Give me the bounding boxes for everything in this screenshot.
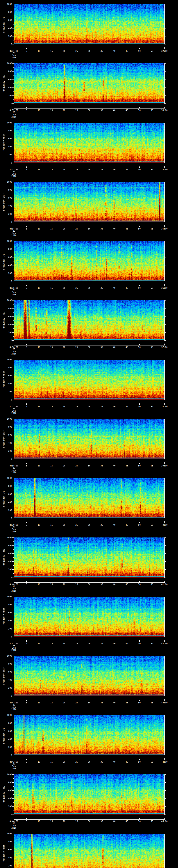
y-minor-tick <box>165 253 165 253</box>
x-tick <box>14 106 14 108</box>
spectrogram-panel: Frequency (Hz) 02004006008001000 8:38:00… <box>0 415 178 474</box>
y-tick-label: 0 <box>1 399 12 401</box>
y-major-tick <box>12 63 14 64</box>
y-minor-tick <box>13 336 14 337</box>
y-major-tick <box>165 613 166 613</box>
y-tick-label: 800 <box>1 781 12 784</box>
y-major-tick <box>165 578 166 578</box>
y-major-tick <box>12 316 14 317</box>
y-major-tick <box>12 510 14 510</box>
date-line: 28 <box>3 585 24 588</box>
y-minor-tick <box>165 810 165 811</box>
spectrogram-panel: Frequency (Hz) 02004006008001000 8:36:00… <box>0 296 178 355</box>
y-tick-label: 200 <box>1 391 12 393</box>
y-major-tick <box>165 316 166 317</box>
y-major-tick <box>12 537 14 538</box>
y-minor-tick <box>165 194 165 194</box>
y-major-tick <box>165 834 166 834</box>
y-tick-label: 400 <box>1 382 12 385</box>
date-line: 2016 <box>3 116 24 118</box>
y-tick-label: 0 <box>1 43 12 45</box>
y-major-tick <box>165 451 166 451</box>
y-minor-tick <box>165 609 165 609</box>
y-tick-label: 200 <box>1 509 12 512</box>
y-minor-tick <box>165 778 165 779</box>
y-tick-label: 400 <box>1 619 12 622</box>
y-tick-label: 800 <box>1 70 12 72</box>
y-major-tick <box>165 656 166 656</box>
x-tick <box>127 107 127 108</box>
y-tick-label: 600 <box>1 848 12 851</box>
y-tick-label: 400 <box>1 205 12 207</box>
x-tick <box>64 463 64 464</box>
x-tick <box>52 759 52 760</box>
x-tick <box>77 581 77 582</box>
x-end-time-label: 34:00 <box>154 168 175 171</box>
y-tick-label: 1000 <box>1 832 12 835</box>
y-major-tick <box>165 723 166 723</box>
x-tick <box>77 700 77 701</box>
y-major-tick <box>12 392 14 392</box>
x-tick <box>127 48 127 49</box>
y-tick-label: 1000 <box>1 359 12 361</box>
y-tick-label: 1000 <box>1 62 12 65</box>
y-major-tick <box>165 629 166 629</box>
spectrogram-heatmap <box>14 656 165 696</box>
y-minor-tick <box>13 210 14 210</box>
y-tick-label: 1000 <box>1 655 12 657</box>
x-tick <box>64 48 64 49</box>
y-tick-label: 800 <box>1 663 12 665</box>
date-line: 2016 <box>3 590 24 592</box>
y-major-tick <box>12 300 14 301</box>
y-tick-label: 200 <box>1 450 12 452</box>
spectrogram-heatmap <box>14 63 165 103</box>
y-minor-tick <box>13 218 14 218</box>
y-major-tick <box>165 806 166 807</box>
y-minor-tick <box>165 151 165 151</box>
y-major-tick <box>12 849 14 850</box>
spectrogram-heatmap <box>14 4 165 44</box>
y-tick-label: 800 <box>1 367 12 369</box>
x-tick <box>26 403 27 405</box>
y-minor-tick <box>165 261 165 261</box>
x-tick <box>14 344 14 345</box>
y-major-tick <box>165 604 166 605</box>
y-minor-tick <box>165 388 165 388</box>
y-major-tick <box>12 12 14 12</box>
x-end-time-label: 33:00 <box>154 109 175 112</box>
y-minor-tick <box>165 99 165 100</box>
y-tick-label: 600 <box>1 730 12 733</box>
spectrogram-panel: Frequency (Hz) 02004006008001000 8:31:00… <box>0 0 178 59</box>
y-tick-label: 200 <box>1 627 12 630</box>
y-major-tick <box>165 63 166 64</box>
x-end-time-label: 41:00 <box>154 583 175 586</box>
x-tick <box>127 166 127 168</box>
x-tick <box>127 344 127 345</box>
y-tick-label: 200 <box>1 153 12 156</box>
x-tick <box>26 344 27 345</box>
y-tick-label: 1000 <box>1 299 12 302</box>
x-tick <box>77 166 77 168</box>
y-tick-label: 1000 <box>1 122 12 124</box>
x-end-time-label: 36:00 <box>154 287 175 289</box>
spectrogram-heatmap <box>14 597 165 637</box>
y-tick-label: 200 <box>1 331 12 334</box>
y-major-tick <box>165 696 166 696</box>
x-end-time-label: 37:00 <box>154 346 175 348</box>
y-minor-tick <box>13 609 14 609</box>
y-major-tick <box>165 747 166 747</box>
y-tick-label: 1000 <box>1 418 12 420</box>
y-minor-tick <box>13 676 14 676</box>
y-major-tick <box>12 451 14 451</box>
y-minor-tick <box>165 336 165 337</box>
y-tick-label: 600 <box>1 78 12 81</box>
x-tick <box>127 818 127 819</box>
y-minor-tick <box>165 75 165 76</box>
y-tick-label: 200 <box>1 805 12 808</box>
y-major-tick <box>165 44 166 44</box>
y-major-tick <box>165 664 166 664</box>
y-minor-tick <box>13 245 14 245</box>
y-major-tick <box>165 4 166 4</box>
x-end-time-label: 45:00 <box>154 820 175 823</box>
y-tick-label: 0 <box>1 221 12 223</box>
